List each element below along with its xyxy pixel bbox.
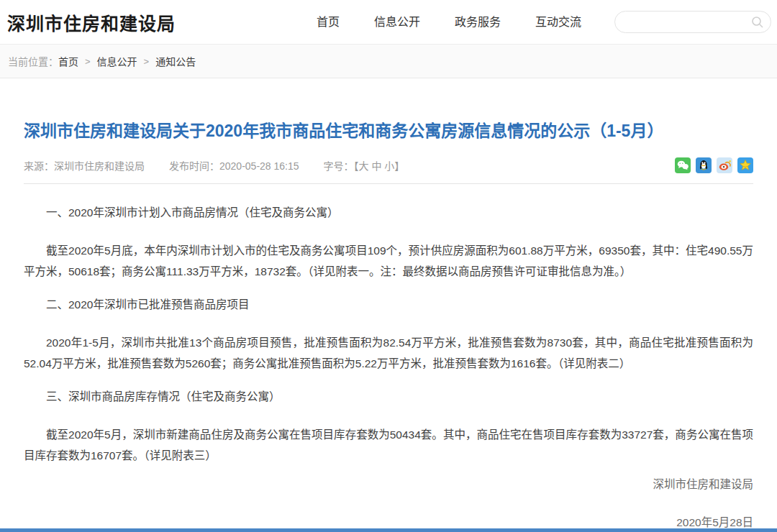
meta-source: 来源：深圳市住房和建设局 (24, 158, 145, 173)
section-1-paragraph: 截至2020年5月底，本年内深圳市计划入市的住宅及商务公寓项目109个，预计供应… (24, 240, 753, 282)
site-logo-title[interactable]: 深圳市住房和建设局 (7, 9, 176, 35)
article-title: 深圳市住房和建设局关于2020年我市商品住宅和商务公寓房源信息情况的公示（1-5… (24, 120, 753, 142)
fontsize-selector[interactable]: 【大 中 小】 (354, 160, 405, 172)
section-1-heading: 一、2020年深圳市计划入市商品房情况（住宅及商务公寓） (24, 206, 753, 220)
section-3-paragraph: 截至2020年5月，深圳市新建商品住房及商务公寓在售项目库存套数为50434套。… (24, 424, 753, 466)
share-buttons (675, 157, 753, 173)
nav-item-gov-services[interactable]: 政务服务 (437, 0, 518, 45)
top-navigation: 首页 信息公开 政务服务 互动交流 (299, 0, 599, 45)
qq-share-icon[interactable] (696, 157, 712, 173)
breadcrumb-separator: > (144, 56, 150, 67)
breadcrumb-home[interactable]: 首页 (58, 54, 78, 68)
breadcrumb-label: 当前位置： (8, 54, 58, 68)
breadcrumb-info-disclosure[interactable]: 信息公开 (97, 54, 137, 68)
qzone-share-icon[interactable] (737, 157, 753, 173)
section-3-heading: 三、深圳市商品房库存情况（住宅及商务公寓） (24, 390, 753, 404)
section-2-heading: 二、2020年深圳市已批准预售商品房项目 (24, 298, 753, 312)
breadcrumb-separator: > (85, 56, 91, 67)
search-icon[interactable] (751, 16, 764, 29)
meta-source-value: 深圳市住房和建设局 (54, 160, 145, 172)
signature-agency: 深圳市住房和建设局 (24, 477, 753, 492)
wechat-share-icon[interactable] (675, 157, 691, 173)
meta-fontsize: 字号：【大 中 小】 (324, 158, 405, 173)
site-header: 深圳市住房和建设局 首页 信息公开 政务服务 互动交流 (0, 0, 777, 45)
meta-time-value: 2020-05-28 16:15 (219, 160, 299, 172)
meta-time-label: 发布时间： (169, 160, 219, 172)
section-2-paragraph: 2020年1-5月，深圳市共批准13个商品房项目预售，批准预售面积为82.54万… (24, 332, 753, 374)
weibo-share-icon[interactable] (717, 157, 732, 173)
meta-source-label: 来源： (24, 160, 54, 172)
nav-item-info-disclosure[interactable]: 信息公开 (357, 0, 437, 45)
article-meta-row: 来源：深圳市住房和建设局 发布时间：2020-05-28 16:15 字号：【大… (24, 157, 753, 173)
nav-item-interaction[interactable]: 互动交流 (518, 0, 599, 45)
search-input[interactable] (625, 12, 755, 32)
meta-fontsize-label: 字号： (324, 160, 354, 172)
meta-divider (24, 183, 753, 184)
search-box[interactable] (614, 11, 771, 33)
meta-publish-time: 发布时间：2020-05-28 16:15 (169, 158, 299, 173)
nav-item-home[interactable]: 首页 (299, 0, 357, 45)
breadcrumb: 当前位置： 首页 > 信息公开 > 通知公告 (0, 45, 777, 78)
signature-date: 2020年5月28日 (24, 515, 753, 530)
article-content: 深圳市住房和建设局关于2020年我市商品住宅和商务公寓房源信息情况的公示（1-5… (0, 120, 777, 530)
breadcrumb-notices[interactable]: 通知公告 (155, 54, 196, 68)
footer-accent-bar (0, 528, 777, 532)
